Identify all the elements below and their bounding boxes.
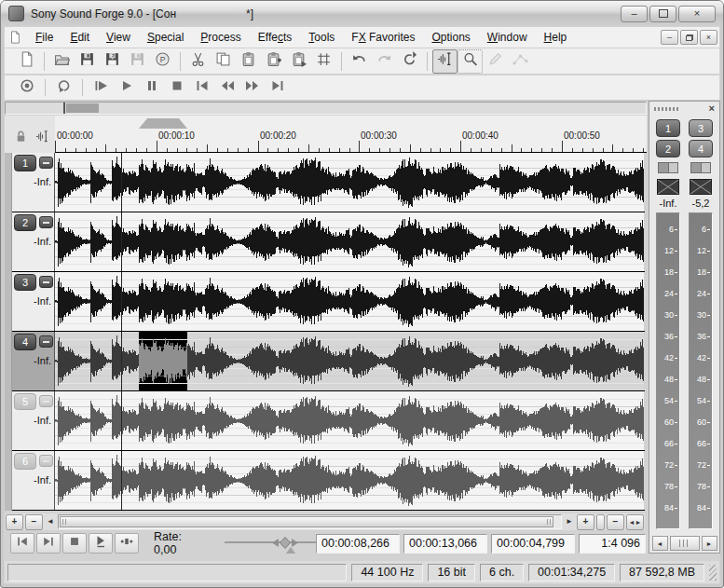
menu-options[interactable]: Options <box>423 28 478 47</box>
meters-scroll-thumb[interactable] <box>670 536 700 551</box>
paste-special-button[interactable] <box>261 49 286 74</box>
scrub-button[interactable] <box>115 533 139 554</box>
record-button[interactable] <box>14 77 39 98</box>
grip-icon[interactable] <box>654 107 678 111</box>
go-end-button[interactable] <box>265 77 290 98</box>
channel-2-gain-label[interactable]: -Inf. <box>34 236 51 247</box>
waveform-canvas-6[interactable] <box>55 451 644 510</box>
waveform-canvas-4[interactable] <box>55 332 644 390</box>
channel-3-button[interactable]: 3 <box>14 274 36 291</box>
save-all-button[interactable] <box>125 49 150 74</box>
copy-button[interactable] <box>211 49 236 74</box>
paste-button[interactable] <box>236 49 261 74</box>
scroll-left-button[interactable]: ◄ <box>45 515 56 529</box>
scrollbar-thumb[interactable] <box>60 516 553 527</box>
pause-button[interactable] <box>139 77 164 98</box>
edit-tool-button[interactable] <box>432 49 458 74</box>
envelope-button[interactable] <box>508 49 533 74</box>
child-close-button[interactable]: × <box>700 30 717 45</box>
meter-channel-1-button[interactable]: 1 <box>656 119 680 137</box>
edit-tool-small-icon[interactable] <box>35 130 49 147</box>
zoom-in-time-button[interactable]: + <box>6 514 23 530</box>
channel-4-gain-label[interactable]: -Inf. <box>34 355 51 366</box>
child-restore-button[interactable] <box>680 30 698 45</box>
cut-button[interactable] <box>185 49 211 74</box>
pencil-button[interactable] <box>483 49 508 74</box>
channel-6-gain-label[interactable]: -Inf. <box>34 474 51 485</box>
channel-4-button[interactable]: 4 <box>14 334 36 350</box>
channel-6-button[interactable]: 6 <box>14 453 36 470</box>
close-button[interactable]: × <box>678 6 716 22</box>
go-end-button[interactable] <box>36 533 61 554</box>
waveform-canvas-1[interactable] <box>55 153 644 212</box>
meters-scroll-right-button[interactable]: ► <box>702 536 717 551</box>
play-normal-button[interactable] <box>89 533 113 554</box>
channel-2-minimize-button[interactable] <box>39 216 53 228</box>
save-as-button[interactable] <box>100 49 125 74</box>
channel-5-button[interactable]: 5 <box>14 393 36 410</box>
menu-effects[interactable]: Effects <box>250 28 301 47</box>
channel-1-button[interactable]: 1 <box>14 155 36 171</box>
channel-5-minimize-button[interactable] <box>39 395 53 407</box>
rewind-button[interactable] <box>214 77 239 98</box>
selection-end-field[interactable]: 00:00:13,066 <box>403 534 487 554</box>
redo-button[interactable] <box>372 49 397 74</box>
menu-edit[interactable]: Edit <box>61 28 98 47</box>
stop-button[interactable] <box>164 77 189 98</box>
scroll-right-button[interactable]: ► <box>564 515 575 529</box>
play-all-button[interactable] <box>89 77 114 98</box>
maximize-button[interactable] <box>649 6 676 22</box>
channel-1-gain-label[interactable]: -Inf. <box>34 176 51 187</box>
waveform-canvas-2[interactable] <box>55 212 644 271</box>
channel-6-minimize-button[interactable] <box>39 455 53 467</box>
menu-fx-favorites[interactable]: FX Favorites <box>343 28 423 47</box>
meters-panel-header[interactable]: × <box>649 102 719 116</box>
undo-button[interactable] <box>347 49 372 74</box>
meters-scroll-left-button[interactable]: ◄ <box>652 536 668 551</box>
meter-channel-3-button[interactable]: 3 <box>689 119 713 137</box>
zoom-out-button-2[interactable]: − <box>607 514 624 530</box>
go-start-button[interactable] <box>10 533 34 554</box>
channel-2-button[interactable]: 2 <box>14 214 36 231</box>
minimize-button[interactable]: – <box>621 6 648 22</box>
pan-control-2[interactable] <box>690 162 711 173</box>
zoom-out-time-button[interactable]: − <box>25 514 43 530</box>
meter-channel-2-button[interactable]: 2 <box>656 140 680 157</box>
paste-to-new-button[interactable] <box>286 49 311 74</box>
scrollbar-track[interactable] <box>58 514 562 529</box>
channel-3-gain-label[interactable]: -Inf. <box>34 295 51 307</box>
mute-button-2[interactable] <box>690 179 712 195</box>
selection-length-field[interactable]: 00:00:04,799 <box>491 534 575 554</box>
stop-button[interactable] <box>62 533 87 554</box>
overview-visible-region[interactable] <box>66 103 99 113</box>
trim-button[interactable] <box>311 49 336 74</box>
menu-tools[interactable]: Tools <box>300 28 343 47</box>
channel-1-minimize-button[interactable] <box>39 157 53 169</box>
resize-grip[interactable] <box>709 565 717 581</box>
menu-view[interactable]: View <box>98 28 139 47</box>
save-button[interactable] <box>75 49 100 74</box>
vertical-zoom-strip[interactable] <box>5 153 12 511</box>
overview-bar[interactable] <box>5 102 647 115</box>
meters-close-button[interactable]: × <box>709 103 715 114</box>
channel-4-minimize-button[interactable] <box>39 335 53 348</box>
lock-icon[interactable] <box>14 130 28 147</box>
menu-file[interactable]: File <box>27 28 61 47</box>
rate-slider[interactable] <box>225 533 316 554</box>
channel-3-minimize-button[interactable] <box>39 276 53 288</box>
new-button[interactable] <box>14 49 39 74</box>
waveform-canvas-5[interactable] <box>55 391 644 450</box>
zoom-selection-button[interactable]: ◄► <box>626 514 644 530</box>
menu-special[interactable]: Special <box>139 28 192 47</box>
loop-region-marker[interactable] <box>139 118 187 129</box>
mute-button-1[interactable] <box>657 179 679 195</box>
child-minimize-button[interactable]: – <box>661 30 678 45</box>
repeat-button[interactable] <box>397 49 422 74</box>
zoom-ratio-field[interactable]: 1:4 096 <box>579 534 646 554</box>
menu-help[interactable]: Help <box>536 28 576 47</box>
open-button[interactable] <box>49 49 75 74</box>
zoom-in-button-2[interactable]: + <box>577 514 594 530</box>
meter-channel-4-button[interactable]: 4 <box>689 140 713 157</box>
menu-window[interactable]: Window <box>479 28 536 47</box>
go-start-button[interactable] <box>189 77 214 98</box>
